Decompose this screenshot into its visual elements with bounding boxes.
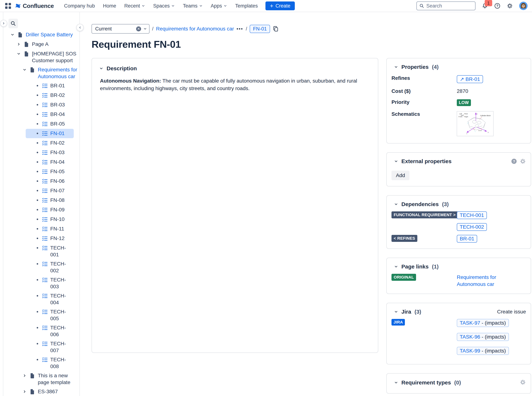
create-button[interactable]: + Create <box>266 1 295 10</box>
requirement-types-header[interactable]: Requirement types (0) <box>392 379 526 386</box>
tree-chevron[interactable] <box>29 308 35 315</box>
tree-item[interactable]: FN-02 <box>26 138 74 148</box>
tree-chevron[interactable] <box>29 92 35 99</box>
tree-item[interactable]: TECH-001 <box>26 243 74 259</box>
copy-link-button[interactable] <box>273 26 279 32</box>
requirement-types-settings-button[interactable] <box>520 379 526 386</box>
tree-item[interactable]: FN-01 <box>26 129 74 138</box>
tree-item[interactable]: TECH-002 <box>26 259 74 275</box>
tree-chevron[interactable] <box>29 187 35 194</box>
create-issue-button[interactable]: Create issue <box>497 309 526 315</box>
user-avatar[interactable] <box>519 2 528 10</box>
app-switcher-icon[interactable] <box>5 3 11 9</box>
tree-item[interactable]: FN-08 <box>26 196 74 205</box>
tree-item[interactable]: FN-05 <box>26 167 74 176</box>
tree-item[interactable]: [HOMEPAGE] SOS Customer support <box>17 49 79 65</box>
nav-menu-item[interactable]: Spaces <box>150 1 178 11</box>
version-select[interactable]: Current ✕ <box>92 24 150 34</box>
tree-item[interactable]: FN-03 <box>26 148 74 157</box>
nav-menu-item[interactable]: Templates <box>232 1 261 11</box>
tree-chevron[interactable] <box>29 292 35 299</box>
breadcrumb-ellipsis-button[interactable]: ••• <box>237 28 243 30</box>
schematics-image[interactable]: Left Rear Front Right Cylinder Block <box>457 111 493 136</box>
add-external-property-button[interactable]: Add <box>392 171 410 180</box>
dependencies-header[interactable]: Dependencies (3) <box>392 201 526 207</box>
tree-chevron[interactable] <box>29 149 35 156</box>
tree-chevron[interactable] <box>29 168 35 175</box>
clear-icon[interactable]: ✕ <box>136 26 141 31</box>
jira-issue-key[interactable]: TASK-96 <box>460 334 480 340</box>
dependency-link-chip[interactable]: TECH-002 <box>457 223 487 231</box>
tree-chevron[interactable] <box>29 340 35 347</box>
tree-item[interactable]: BR-05 <box>26 119 74 129</box>
search-input[interactable] <box>426 3 473 9</box>
tree-chevron[interactable] <box>29 82 35 89</box>
global-search[interactable] <box>416 1 475 10</box>
tree-chevron[interactable] <box>29 356 35 363</box>
tree-item[interactable]: FN-04 <box>26 157 74 167</box>
current-page-chip[interactable]: FN-01 <box>250 25 270 33</box>
tree-chevron[interactable] <box>29 206 35 213</box>
tree-chevron[interactable] <box>29 276 35 283</box>
jira-issue-pill[interactable]: TASK-97 - (impacts) <box>457 319 509 327</box>
tree-item[interactable]: Requirements for Autonomous car <box>23 65 79 81</box>
external-properties-header[interactable]: External properties ? <box>392 158 526 164</box>
tree-chevron[interactable] <box>29 120 35 127</box>
tree-chevron[interactable] <box>29 111 35 118</box>
nav-menu-item[interactable]: Recent <box>121 1 148 11</box>
nav-menu-item[interactable]: Home <box>100 1 119 11</box>
tree-item[interactable]: TECH-006 <box>26 323 74 339</box>
jira-issue-pill[interactable]: TASK-96 - (impacts) <box>457 333 509 341</box>
nav-menu-item[interactable]: Company hub <box>61 1 98 11</box>
tree-chevron[interactable] <box>29 178 35 185</box>
tree-chevron[interactable] <box>29 235 35 242</box>
tree-item[interactable]: BR-03 <box>26 100 74 110</box>
dependency-link-chip[interactable]: TECH-001 <box>457 211 487 219</box>
tree-chevron[interactable] <box>29 225 35 232</box>
collapse-sidebar-button[interactable] <box>76 24 84 31</box>
page-links-header[interactable]: Page links (1) <box>392 263 526 270</box>
help-button[interactable]: ? <box>494 3 500 9</box>
tree-item[interactable]: TECH-008 <box>26 355 74 371</box>
tree-chevron[interactable] <box>23 372 29 379</box>
description-header[interactable]: Description <box>99 65 370 72</box>
tree-item[interactable]: Page A <box>17 40 79 49</box>
page-link[interactable]: Requirements for Autonomous car <box>457 274 526 288</box>
refines-chip[interactable]: ↗BR-01 <box>457 75 483 83</box>
help-circle-icon[interactable]: ? <box>511 158 517 164</box>
notifications-button[interactable]: 1 <box>482 3 488 9</box>
confluence-logo[interactable]: Confluence <box>15 3 54 9</box>
tree-item[interactable]: FN-06 <box>26 176 74 186</box>
expand-nav-button[interactable] <box>0 20 7 27</box>
tree-chevron[interactable] <box>29 216 35 223</box>
nav-menu-item[interactable]: Teams <box>179 1 206 11</box>
jira-issue-pill[interactable]: TASK-99 - (impacts) <box>457 347 509 355</box>
gear-icon[interactable] <box>520 158 526 164</box>
tree-item[interactable]: BR-01 <box>26 81 74 90</box>
tree-chevron[interactable] <box>29 260 35 267</box>
tree-item[interactable]: TECH-007 <box>26 339 74 355</box>
tree-chevron[interactable] <box>29 130 35 137</box>
tree-item[interactable]: Driller Space Battery <box>11 30 79 40</box>
tree-item[interactable]: TECH-004 <box>26 291 74 307</box>
tree-item[interactable]: BR-04 <box>26 110 74 119</box>
tree-chevron[interactable] <box>23 66 29 73</box>
settings-button[interactable] <box>507 3 513 9</box>
tree-item[interactable]: ES-3867 <box>23 387 79 396</box>
tree-chevron[interactable] <box>29 101 35 108</box>
tree-item[interactable]: FN-07 <box>26 186 74 195</box>
tree-chevron[interactable] <box>29 158 35 166</box>
tree-chevron[interactable] <box>29 324 35 331</box>
tree-chevron[interactable] <box>23 388 29 395</box>
tree-item[interactable]: FN-11 <box>26 224 74 234</box>
tree-chevron[interactable] <box>29 140 35 146</box>
tree-chevron[interactable] <box>11 31 17 38</box>
jira-issue-key[interactable]: TASK-97 <box>460 320 480 326</box>
tree-item[interactable]: This is a new page template <box>23 371 79 387</box>
nav-menu-item[interactable]: Apps <box>208 1 231 11</box>
tree-item[interactable]: FN-10 <box>26 215 74 224</box>
tree-chevron[interactable] <box>17 41 23 48</box>
tree-item[interactable]: BR-02 <box>26 91 74 100</box>
dependency-link-chip[interactable]: BR-01 <box>457 235 477 243</box>
jira-issue-key[interactable]: TASK-99 <box>460 348 480 354</box>
